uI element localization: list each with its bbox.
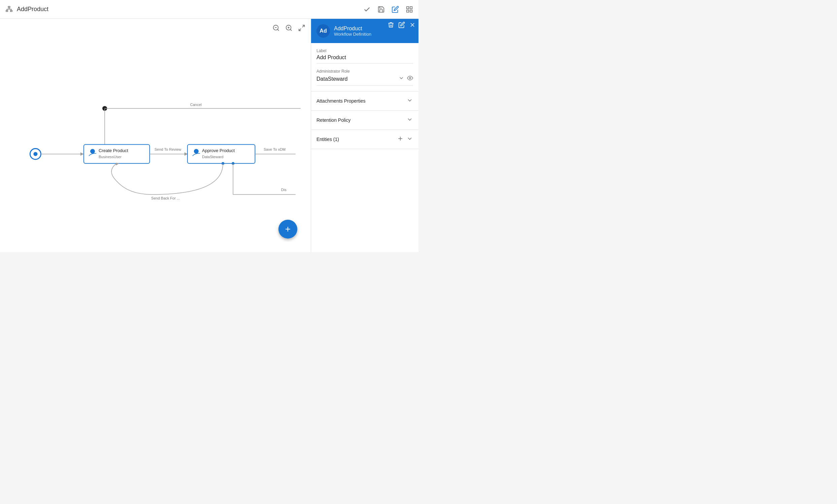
entities-section[interactable]: Entities (1) <box>311 130 418 149</box>
approve-product-subtitle: DataSteward <box>202 155 224 159</box>
save-icon[interactable] <box>377 6 385 13</box>
svg-rect-9 <box>407 10 409 12</box>
cancel-label: Cancel <box>190 102 202 107</box>
attachments-section[interactable]: Attachments Properties <box>311 92 418 111</box>
entities-chevron-icon[interactable] <box>406 135 413 143</box>
panel-subtitle: Workflow Definition <box>334 32 371 37</box>
retention-section-actions <box>406 116 413 124</box>
start-dot <box>33 152 37 156</box>
check-icon[interactable] <box>363 6 371 13</box>
svg-point-21 <box>194 149 199 154</box>
dis-label: Dis <box>281 188 286 192</box>
admin-role-value: DataSteward <box>317 76 398 82</box>
send-back-edge <box>111 164 223 194</box>
admin-role-icons <box>398 75 413 83</box>
svg-point-20 <box>90 149 95 154</box>
header-actions <box>363 6 413 13</box>
panel-avatar: Ad <box>317 24 330 38</box>
send-back-label: Send Back For ... <box>151 196 180 200</box>
svg-point-24 <box>409 77 411 79</box>
panel-header-text: AddProduct Workflow Definition <box>334 25 371 37</box>
panel-header: Ad AddProduct Workflow Definition <box>311 19 418 43</box>
right-panel: Ad AddProduct Workflow Definition Label … <box>311 19 418 252</box>
header-left: AddProduct <box>5 6 49 13</box>
retention-policy-section[interactable]: Retention Policy <box>311 111 418 130</box>
admin-role-select-container: DataSteward <box>317 75 413 86</box>
svg-rect-7 <box>407 6 409 8</box>
panel-delete-icon[interactable] <box>388 21 394 30</box>
eye-icon[interactable] <box>407 75 413 83</box>
create-product-subtitle: BusinessUser <box>99 155 122 159</box>
approve-product-title: Approve Product <box>202 148 235 153</box>
create-product-node[interactable] <box>84 145 150 164</box>
entities-section-title: Entities (1) <box>317 136 339 142</box>
svg-rect-2 <box>11 10 12 12</box>
label-field: Label Add Product <box>311 43 418 66</box>
attachments-section-actions <box>406 97 413 105</box>
admin-role-label: Administrator Role <box>317 69 413 74</box>
sitemap-icon <box>5 6 13 13</box>
header-bar: AddProduct <box>0 0 418 19</box>
svg-rect-1 <box>6 10 8 12</box>
page-title: AddProduct <box>17 6 49 13</box>
panel-title: AddProduct <box>334 25 371 32</box>
add-fab-button[interactable]: + <box>279 220 297 239</box>
entities-section-actions <box>397 135 413 143</box>
svg-rect-0 <box>8 6 10 7</box>
workflow-diagram: Cancel Create Product BusinessUser Send … <box>0 19 311 252</box>
retention-section-title: Retention Policy <box>317 117 351 123</box>
approve-product-node[interactable] <box>188 145 255 164</box>
panel-edit-icon[interactable] <box>398 21 405 30</box>
label-field-value[interactable]: Add Product <box>317 55 413 63</box>
retention-chevron-icon[interactable] <box>406 116 413 124</box>
panel-close-icon[interactable] <box>409 21 416 30</box>
edit-icon[interactable] <box>392 6 399 13</box>
main-area: Cancel Create Product BusinessUser Send … <box>0 19 418 252</box>
admin-role-field: Administrator Role DataSteward <box>311 66 418 91</box>
canvas-area[interactable]: Cancel Create Product BusinessUser Send … <box>0 19 311 252</box>
panel-header-actions <box>388 21 416 30</box>
svg-rect-8 <box>410 6 412 8</box>
create-product-title: Create Product <box>99 148 128 153</box>
svg-rect-10 <box>410 10 412 12</box>
grid-icon[interactable] <box>406 6 413 13</box>
attachments-chevron-icon[interactable] <box>406 97 413 105</box>
start-arrow-head <box>81 152 84 156</box>
send-review-label: Send To Review <box>155 147 181 151</box>
save-xdm-label: Save To xDM <box>264 147 285 151</box>
panel-body: Label Add Product Administrator Role Dat… <box>311 43 418 252</box>
label-field-label: Label <box>317 49 413 53</box>
attachments-section-title: Attachments Properties <box>317 98 366 104</box>
entities-plus-icon[interactable] <box>397 135 404 143</box>
chevron-down-icon[interactable] <box>398 75 404 83</box>
